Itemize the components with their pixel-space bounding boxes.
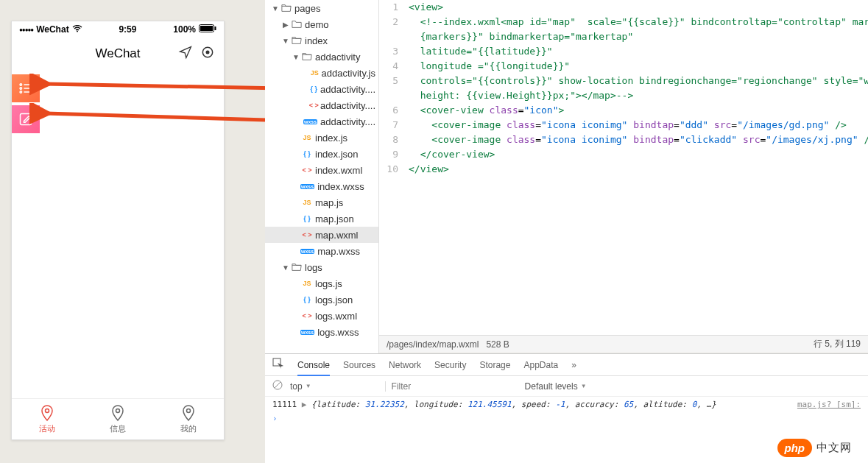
code-line[interactable]: 10</view> <box>379 162 868 177</box>
tree-twisty[interactable]: ▶ <box>281 21 290 29</box>
carrier-label: WeChat <box>36 24 68 35</box>
list-button[interactable] <box>12 74 40 102</box>
code-line[interactable]: 3 latitude="{{latitude}}" <box>379 44 868 59</box>
phone-content <box>12 70 224 386</box>
php-cn-logo: php 中文网 <box>777 439 853 457</box>
devtools-tab[interactable]: AppData <box>523 360 558 370</box>
tree-row[interactable]: wxssaddactivity.... <box>265 113 378 130</box>
file-size: 528 B <box>486 339 509 350</box>
tree-row[interactable]: JSindex.js <box>265 130 378 146</box>
code-line[interactable]: {markers}}" bindmarkertap="markertap" <box>379 29 868 44</box>
code-line[interactable]: 4 longitude ="{{longitude}}" <box>379 59 868 74</box>
tab-item[interactable]: 信息 <box>82 399 153 439</box>
tree-twisty[interactable]: ▼ <box>292 53 300 61</box>
edit-icon <box>18 112 33 127</box>
tree-twisty[interactable]: ▼ <box>281 37 290 45</box>
more-icon[interactable]: » <box>571 360 576 370</box>
file-path: /pages/index/map.wxml <box>387 339 479 350</box>
line-number: 4 <box>379 59 409 74</box>
tree-row[interactable]: < >index.wxml <box>265 162 378 178</box>
code-line[interactable]: 6 <cover-view class="icon"> <box>379 103 868 118</box>
file-name: logs.wxml <box>315 311 357 322</box>
line-number: 7 <box>379 118 409 132</box>
list-icon <box>18 81 33 96</box>
js-icon: JS <box>300 280 314 287</box>
line-number: 9 <box>379 147 409 162</box>
tree-row[interactable]: { }index.json <box>265 146 378 162</box>
tree-row[interactable]: ▼logs <box>265 259 378 275</box>
tree-row[interactable]: JSmap.js <box>265 194 378 211</box>
tree-row[interactable]: ▶demo <box>265 16 378 32</box>
file-name: logs.js <box>315 278 342 289</box>
line-number <box>379 29 409 44</box>
clear-console-icon[interactable] <box>272 380 283 392</box>
page-title: WeChat <box>95 46 140 61</box>
code-editor[interactable]: 1<view>2 <!--index.wxml<map id="map" sca… <box>379 0 868 335</box>
file-name: map.json <box>315 213 354 225</box>
devtools-tab[interactable]: Storage <box>479 360 510 370</box>
context-selector[interactable]: top <box>290 381 311 392</box>
wxml-icon: < > <box>308 102 319 109</box>
tree-row[interactable]: ▼addactivity <box>265 49 378 65</box>
tree-row[interactable]: { }addactivity.... <box>265 81 378 97</box>
line-number: 2 <box>379 15 409 29</box>
cursor-position: 行 5, 列 119 <box>814 338 861 350</box>
code-line[interactable]: 9 </cover-view> <box>379 147 868 162</box>
wxss-icon: wxss <box>300 249 314 254</box>
file-name: logs.wxss <box>317 327 359 338</box>
location-arrow-icon[interactable] <box>178 45 193 63</box>
tree-row[interactable]: < >map.wxml <box>265 227 378 243</box>
devtools-tab[interactable]: Sources <box>343 360 375 370</box>
log-levels-selector[interactable]: Default levels <box>525 381 587 392</box>
file-name: logs <box>305 262 322 273</box>
code-line[interactable]: 2 <!--index.wxml<map id="map" scale="{{s… <box>379 15 868 29</box>
tab-item[interactable]: 活动 <box>12 399 82 439</box>
tree-row[interactable]: ▼pages <box>265 0 378 16</box>
code-line[interactable]: 7 <cover-image class="icona iconimg" bin… <box>379 118 868 132</box>
log-source-link[interactable]: map.js? [sm]: <box>797 400 861 409</box>
code-line[interactable]: height: {{view.Height}}px;"></map>--> <box>379 88 868 103</box>
filter-input[interactable] <box>385 381 518 392</box>
svg-point-15 <box>187 409 191 413</box>
json-icon: { } <box>300 215 314 222</box>
tree-row[interactable]: JSaddactivity.js <box>265 65 378 81</box>
tree-twisty[interactable]: ▼ <box>271 4 280 13</box>
tab-item[interactable]: 我的 <box>153 399 224 439</box>
wxml-icon: < > <box>300 312 314 319</box>
tree-row[interactable]: wxssindex.wxss <box>265 178 378 194</box>
wxml-icon: < > <box>300 166 314 174</box>
log-prefix: 11111 <box>272 400 297 409</box>
file-name: map.wxml <box>315 230 359 241</box>
tree-row[interactable]: { }logs.json <box>265 291 378 308</box>
tree-row[interactable]: < >logs.wxml <box>265 308 378 324</box>
tree-row[interactable]: wxssmap.wxss <box>265 243 378 259</box>
tree-row[interactable]: JSlogs.js <box>265 275 378 291</box>
file-name: addactivity.js <box>322 68 375 79</box>
tree-row[interactable]: wxsslogs.wxss <box>265 324 378 340</box>
tab-bar: 活动信息我的 <box>12 398 224 439</box>
devtools-tab[interactable]: Console <box>297 360 330 376</box>
tab-label: 我的 <box>180 423 197 434</box>
line-number: 3 <box>379 44 409 59</box>
devtools-tab[interactable]: Network <box>389 360 421 370</box>
code-line[interactable]: 8 <cover-image class="icona iconimg" bin… <box>379 132 868 147</box>
tree-row[interactable]: { }map.json <box>265 211 378 227</box>
devtools-tab[interactable]: Security <box>434 360 466 370</box>
console-prompt[interactable]: › <box>272 414 278 423</box>
wxss-icon: wxss <box>300 184 314 189</box>
inspect-icon[interactable] <box>272 358 284 372</box>
code-line[interactable]: 1<view> <box>379 0 868 15</box>
folder-icon <box>290 19 303 29</box>
edit-button[interactable] <box>12 105 40 133</box>
target-icon[interactable] <box>200 45 215 63</box>
console-output[interactable]: 11111 ▶ {latitude: 31.22352, longitude: … <box>265 397 868 426</box>
file-name: index.wxss <box>317 181 364 192</box>
phone-simulator: ●●●●● WeChat 9:59 100% WeChat 活动信息我的 <box>11 21 225 440</box>
tree-twisty[interactable]: ▼ <box>281 264 290 272</box>
svg-point-14 <box>116 409 120 413</box>
tree-row[interactable]: ▼index <box>265 32 378 49</box>
code-line[interactable]: 5 controls="{{controls}}" show-location … <box>379 74 868 88</box>
tree-row[interactable]: < >addactivity.... <box>265 97 378 113</box>
log-object[interactable]: {latitude: 31.22352, longitude: 121.4559… <box>311 400 716 409</box>
file-tree[interactable]: ▼pages▶demo▼index▼addactivityJSaddactivi… <box>265 0 379 357</box>
